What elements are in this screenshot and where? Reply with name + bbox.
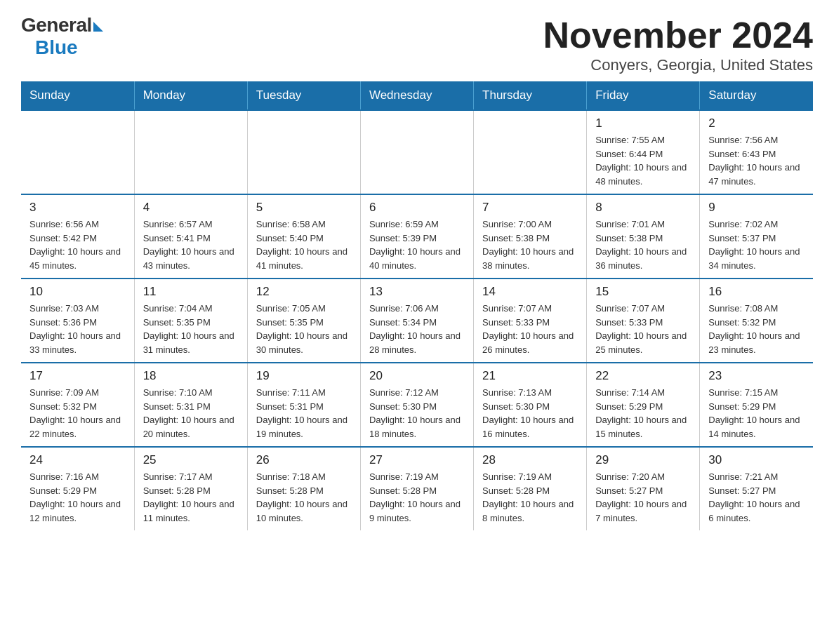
calendar-cell: 4Sunrise: 6:57 AM Sunset: 5:41 PM Daylig… <box>134 194 247 279</box>
day-number: 30 <box>708 453 805 467</box>
day-number: 17 <box>29 369 126 383</box>
day-info: Sunrise: 7:12 AM Sunset: 5:30 PM Dayligh… <box>369 386 465 441</box>
calendar-week-row: 1Sunrise: 7:55 AM Sunset: 6:44 PM Daylig… <box>21 110 813 194</box>
calendar-cell: 2Sunrise: 7:56 AM Sunset: 6:43 PM Daylig… <box>700 110 813 194</box>
day-info: Sunrise: 7:18 AM Sunset: 5:28 PM Dayligh… <box>256 470 352 525</box>
day-info: Sunrise: 7:11 AM Sunset: 5:31 PM Dayligh… <box>256 386 352 441</box>
calendar-title: November 2024 <box>543 14 813 56</box>
calendar-cell: 11Sunrise: 7:04 AM Sunset: 5:35 PM Dayli… <box>134 279 247 363</box>
calendar-cell <box>474 110 587 194</box>
day-number: 23 <box>708 369 805 383</box>
day-info: Sunrise: 7:02 AM Sunset: 5:37 PM Dayligh… <box>708 217 805 272</box>
day-info: Sunrise: 7:07 AM Sunset: 5:33 PM Dayligh… <box>482 302 578 356</box>
day-info: Sunrise: 7:21 AM Sunset: 5:27 PM Dayligh… <box>708 470 805 525</box>
day-number: 27 <box>369 453 465 467</box>
day-number: 22 <box>595 369 691 383</box>
day-info: Sunrise: 7:00 AM Sunset: 5:38 PM Dayligh… <box>482 217 578 272</box>
calendar-cell: 13Sunrise: 7:06 AM Sunset: 5:34 PM Dayli… <box>360 279 473 363</box>
calendar-cell: 16Sunrise: 7:08 AM Sunset: 5:32 PM Dayli… <box>700 279 813 363</box>
calendar-week-row: 17Sunrise: 7:09 AM Sunset: 5:32 PM Dayli… <box>21 363 813 447</box>
calendar-week-row: 3Sunrise: 6:56 AM Sunset: 5:42 PM Daylig… <box>21 194 813 279</box>
day-info: Sunrise: 6:58 AM Sunset: 5:40 PM Dayligh… <box>256 217 352 272</box>
day-number: 8 <box>595 201 691 215</box>
day-number: 26 <box>256 453 352 467</box>
day-info: Sunrise: 7:09 AM Sunset: 5:32 PM Dayligh… <box>29 386 126 441</box>
calendar-week-row: 10Sunrise: 7:03 AM Sunset: 5:36 PM Dayli… <box>21 279 813 363</box>
day-info: Sunrise: 7:08 AM Sunset: 5:32 PM Dayligh… <box>708 302 805 356</box>
day-info: Sunrise: 6:59 AM Sunset: 5:39 PM Dayligh… <box>369 217 465 272</box>
calendar-cell: 25Sunrise: 7:17 AM Sunset: 5:28 PM Dayli… <box>134 447 247 530</box>
day-info: Sunrise: 7:16 AM Sunset: 5:29 PM Dayligh… <box>29 470 126 525</box>
day-number: 19 <box>256 369 352 383</box>
day-info: Sunrise: 7:04 AM Sunset: 5:35 PM Dayligh… <box>143 302 239 356</box>
calendar-cell: 22Sunrise: 7:14 AM Sunset: 5:29 PM Dayli… <box>587 363 700 447</box>
day-of-week-header: Monday <box>134 81 247 110</box>
day-info: Sunrise: 6:56 AM Sunset: 5:42 PM Dayligh… <box>29 217 126 272</box>
day-number: 1 <box>595 116 691 130</box>
day-info: Sunrise: 7:19 AM Sunset: 5:28 PM Dayligh… <box>482 470 578 525</box>
calendar-cell: 30Sunrise: 7:21 AM Sunset: 5:27 PM Dayli… <box>700 447 813 530</box>
calendar-cell: 19Sunrise: 7:11 AM Sunset: 5:31 PM Dayli… <box>247 363 360 447</box>
day-number: 12 <box>256 285 352 299</box>
logo-blue-text: Blue <box>35 36 78 59</box>
day-number: 9 <box>708 201 805 215</box>
logo-general-text: General <box>21 14 92 36</box>
day-info: Sunrise: 6:57 AM Sunset: 5:41 PM Dayligh… <box>143 217 239 272</box>
day-of-week-header: Friday <box>587 81 700 110</box>
calendar-cell <box>21 110 134 194</box>
day-info: Sunrise: 7:20 AM Sunset: 5:27 PM Dayligh… <box>595 470 691 525</box>
day-number: 18 <box>143 369 239 383</box>
day-number: 15 <box>595 285 691 299</box>
day-number: 13 <box>369 285 465 299</box>
day-number: 6 <box>369 201 465 215</box>
day-info: Sunrise: 7:03 AM Sunset: 5:36 PM Dayligh… <box>29 302 126 356</box>
calendar-cell: 26Sunrise: 7:18 AM Sunset: 5:28 PM Dayli… <box>247 447 360 530</box>
calendar-cell: 8Sunrise: 7:01 AM Sunset: 5:38 PM Daylig… <box>587 194 700 279</box>
day-info: Sunrise: 7:14 AM Sunset: 5:29 PM Dayligh… <box>595 386 691 441</box>
calendar-cell: 12Sunrise: 7:05 AM Sunset: 5:35 PM Dayli… <box>247 279 360 363</box>
day-info: Sunrise: 7:01 AM Sunset: 5:38 PM Dayligh… <box>595 217 691 272</box>
calendar-cell: 3Sunrise: 6:56 AM Sunset: 5:42 PM Daylig… <box>21 194 134 279</box>
day-number: 14 <box>482 285 578 299</box>
calendar-cell: 7Sunrise: 7:00 AM Sunset: 5:38 PM Daylig… <box>474 194 587 279</box>
page-header: General Blue November 2024 Conyers, Geor… <box>21 14 813 74</box>
day-of-week-header: Saturday <box>700 81 813 110</box>
calendar-cell: 14Sunrise: 7:07 AM Sunset: 5:33 PM Dayli… <box>474 279 587 363</box>
calendar-cell <box>134 110 247 194</box>
calendar-cell: 29Sunrise: 7:20 AM Sunset: 5:27 PM Dayli… <box>587 447 700 530</box>
calendar-cell: 15Sunrise: 7:07 AM Sunset: 5:33 PM Dayli… <box>587 279 700 363</box>
calendar-subtitle: Conyers, Georgia, United States <box>543 56 813 74</box>
day-info: Sunrise: 7:06 AM Sunset: 5:34 PM Dayligh… <box>369 302 465 356</box>
day-info: Sunrise: 7:05 AM Sunset: 5:35 PM Dayligh… <box>256 302 352 356</box>
day-of-week-header: Wednesday <box>360 81 473 110</box>
day-number: 7 <box>482 201 578 215</box>
calendar-cell: 24Sunrise: 7:16 AM Sunset: 5:29 PM Dayli… <box>21 447 134 530</box>
day-info: Sunrise: 7:56 AM Sunset: 6:43 PM Dayligh… <box>708 133 805 188</box>
calendar-cell <box>247 110 360 194</box>
logo: General Blue <box>21 14 103 59</box>
calendar-cell <box>360 110 473 194</box>
day-number: 16 <box>708 285 805 299</box>
day-number: 25 <box>143 453 239 467</box>
calendar-cell: 28Sunrise: 7:19 AM Sunset: 5:28 PM Dayli… <box>474 447 587 530</box>
calendar-cell: 18Sunrise: 7:10 AM Sunset: 5:31 PM Dayli… <box>134 363 247 447</box>
day-number: 24 <box>29 453 126 467</box>
day-of-week-header: Sunday <box>21 81 134 110</box>
day-number: 10 <box>29 285 126 299</box>
day-number: 11 <box>143 285 239 299</box>
day-number: 21 <box>482 369 578 383</box>
calendar-week-row: 24Sunrise: 7:16 AM Sunset: 5:29 PM Dayli… <box>21 447 813 530</box>
day-info: Sunrise: 7:17 AM Sunset: 5:28 PM Dayligh… <box>143 470 239 525</box>
calendar-cell: 17Sunrise: 7:09 AM Sunset: 5:32 PM Dayli… <box>21 363 134 447</box>
calendar-cell: 21Sunrise: 7:13 AM Sunset: 5:30 PM Dayli… <box>474 363 587 447</box>
calendar-cell: 6Sunrise: 6:59 AM Sunset: 5:39 PM Daylig… <box>360 194 473 279</box>
day-number: 2 <box>708 116 805 130</box>
day-info: Sunrise: 7:07 AM Sunset: 5:33 PM Dayligh… <box>595 302 691 356</box>
logo-triangle-icon <box>93 22 103 32</box>
day-number: 5 <box>256 201 352 215</box>
day-info: Sunrise: 7:10 AM Sunset: 5:31 PM Dayligh… <box>143 386 239 441</box>
day-number: 28 <box>482 453 578 467</box>
calendar-cell: 9Sunrise: 7:02 AM Sunset: 5:37 PM Daylig… <box>700 194 813 279</box>
calendar-cell: 10Sunrise: 7:03 AM Sunset: 5:36 PM Dayli… <box>21 279 134 363</box>
calendar-cell: 1Sunrise: 7:55 AM Sunset: 6:44 PM Daylig… <box>587 110 700 194</box>
